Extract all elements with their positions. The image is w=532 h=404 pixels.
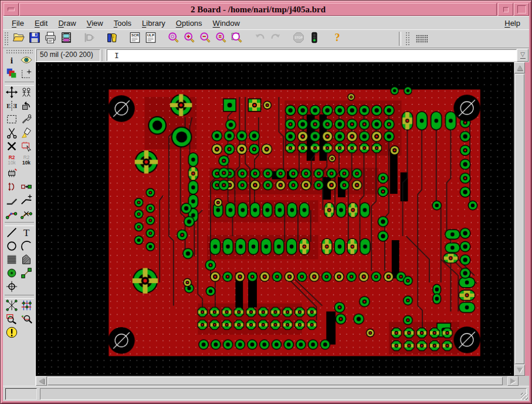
tool-rotate-button[interactable] [19,100,34,113]
tool-polygon-button[interactable] [19,254,34,267]
menu-edit[interactable]: Edit [29,18,53,29]
tool-name-button[interactable]: R210k [5,154,19,167]
text-cursor: I [107,51,119,60]
tool-arc-button[interactable] [19,240,34,254]
tool-change-button[interactable] [19,113,34,127]
tool-rect-button[interactable] [5,254,19,267]
menu-library[interactable]: Library [137,18,171,29]
tool-text-button[interactable]: T [19,227,34,240]
tool-miter-button[interactable] [5,194,19,208]
scrollbar-corner [519,376,529,386]
print-button[interactable] [42,31,58,46]
command-bar-separator [101,49,106,61]
minimize-icon [503,7,509,12]
zoom-out-button[interactable] [197,31,213,46]
tool-cut-button[interactable] [5,127,19,140]
tool-split-button[interactable] [19,194,34,208]
traffic-light-button[interactable] [306,31,322,46]
tool-smash-button[interactable] [5,167,19,181]
open-button[interactable] [11,31,26,46]
grid-dots-icon[interactable] [415,34,428,43]
tool-optimize-button[interactable] [19,181,34,194]
command-input[interactable]: I [107,49,517,61]
tool-erc-button[interactable] [19,313,34,326]
svg-text:STOP: STOP [294,36,303,39]
maximize-button[interactable] [514,3,529,16]
board-schematic-button[interactable] [81,31,97,46]
script-button[interactable]: SCR [127,31,143,46]
scroll-left-button[interactable] [36,376,47,386]
menu-draw[interactable]: Draw [53,18,81,29]
menu-window[interactable]: Window [208,18,245,29]
svg-text:10k: 10k [8,160,16,166]
cam-button[interactable] [58,31,74,46]
toolbar-grip[interactable] [4,32,8,46]
tool-route-button[interactable] [5,208,19,221]
window-title: 2 Board - /home/nari/tmp/j405a.brd [19,3,497,16]
library-button[interactable] [104,31,120,46]
tool-via-button[interactable] [5,267,19,281]
tool-move-button[interactable] [5,86,19,100]
horizontal-scrollbar[interactable] [36,376,519,386]
tool-wire-button[interactable] [5,227,19,240]
svg-text:T: T [23,227,30,238]
tool-errors-button[interactable] [5,326,19,340]
menu-tools[interactable]: Tools [109,18,137,29]
horizontal-scroll-track[interactable] [47,376,507,386]
zoom-out-icon [199,31,212,46]
save-button[interactable] [26,31,42,46]
route-icon [5,207,18,223]
tool-replace-button[interactable] [19,140,34,154]
menu-view[interactable]: View [82,18,109,29]
resize-grip[interactable] [521,393,528,400]
pcb-canvas[interactable] [36,62,514,376]
tool-mark-button[interactable] [19,68,34,81]
window-menu-button[interactable] [4,3,19,16]
toolbar2-grip[interactable] [405,32,409,46]
redo-button[interactable] [267,31,283,46]
zoom-select-button[interactable] [213,31,229,46]
vertical-scrollbar[interactable] [514,62,525,376]
scroll-down-button[interactable] [514,365,525,376]
vertical-scroll-thumb[interactable] [515,74,524,364]
svg-text:i: i [11,55,13,65]
ulp-button[interactable]: ULP [143,31,158,46]
tool-ripup-button[interactable] [19,208,34,221]
tool-copy-button[interactable] [19,86,34,100]
tool-drc-button[interactable] [5,313,19,326]
horizontal-scroll-thumb[interactable] [48,377,503,385]
tool-hole-button[interactable] [5,281,19,294]
menu-file[interactable]: File [6,18,29,29]
tool-group-button[interactable] [5,113,19,127]
help-button[interactable]: ? [329,31,345,46]
titlebar[interactable]: 2 Board - /home/nari/tmp/j405a.brd [3,3,529,16]
tool-signal-button[interactable] [19,267,34,281]
menu-options[interactable]: Options [171,18,208,29]
tool-show-button[interactable] [19,54,34,68]
tool-mirror-button[interactable]: EE [5,100,19,113]
tool-delete-button[interactable] [5,140,19,154]
vertical-scroll-track[interactable] [514,73,525,365]
tool-circle-button[interactable] [5,240,19,254]
command-history-dropdown[interactable]: ▽ [517,49,528,62]
tool-paste-button[interactable] [19,127,34,140]
toolbar-separator [399,32,401,46]
zoom-fit-icon [167,31,180,46]
undo-button[interactable] [252,31,267,46]
minimize-button[interactable] [498,3,513,16]
tool-display-button[interactable] [5,68,19,81]
open-icon [12,31,25,46]
menubar: FileEditDrawViewToolsLibraryOptionsWindo… [3,16,529,29]
menu-help[interactable]: Help [499,18,526,29]
tool-ratsnest-button[interactable] [5,299,19,313]
stop-button[interactable]: STOP [290,31,306,46]
tool-auto-button[interactable] [19,299,34,313]
zoom-fit-button[interactable] [165,31,181,46]
tool-info-button[interactable]: i [5,54,19,68]
tool-value-button[interactable]: R210k [19,154,34,167]
tool-pinswap-button[interactable] [5,181,19,194]
zoom-in-button[interactable] [181,31,197,46]
scroll-up-button[interactable] [514,62,525,73]
scroll-right-button[interactable] [507,376,519,386]
zoom-redraw-button[interactable] [229,31,245,46]
